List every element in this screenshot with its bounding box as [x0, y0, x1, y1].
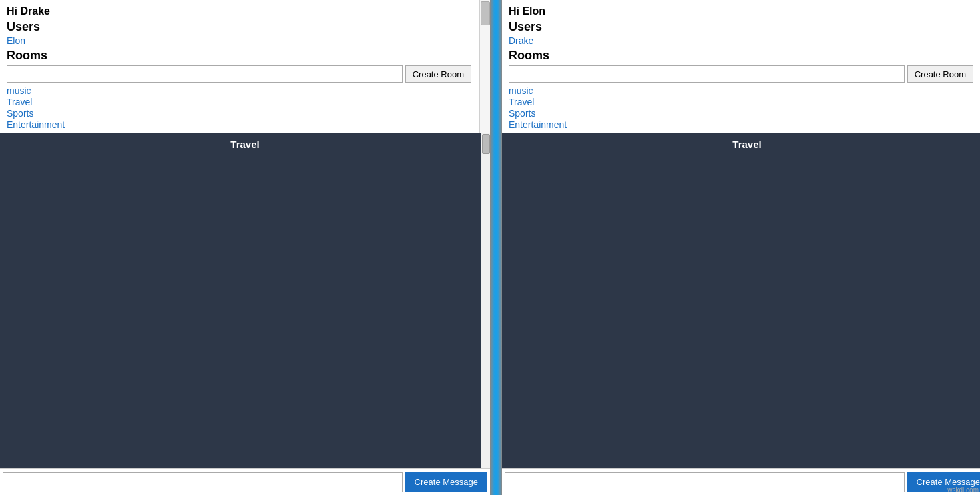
right-chat-footer: Create Message [502, 468, 980, 495]
right-room-music[interactable]: music [509, 85, 973, 96]
left-chat-title: Travel [0, 133, 490, 155]
left-create-message-button[interactable]: Create Message [405, 472, 487, 492]
right-users-title: Users [509, 20, 973, 34]
left-room-travel[interactable]: Travel [7, 97, 471, 107]
right-room-travel[interactable]: Travel [509, 97, 973, 107]
right-greeting: Hi Elon [509, 5, 973, 17]
right-chat-messages [502, 155, 980, 468]
left-top-scrollbar-thumb[interactable] [481, 1, 490, 25]
left-rooms-title: Rooms [7, 49, 471, 63]
right-panel-top: Hi Elon Users Drake Rooms Create Room mu… [502, 0, 980, 133]
right-chat-area: Travel [502, 133, 980, 468]
left-create-room-button[interactable]: Create Room [405, 65, 471, 83]
left-chat-scrollbar-thumb[interactable] [482, 134, 490, 154]
left-panel: Hi Drake Users Elon Rooms Create Room mu… [0, 0, 490, 495]
right-room-entertainment[interactable]: Entertainment [509, 119, 973, 130]
left-chat-footer: Create Message [0, 468, 490, 495]
right-user-drake[interactable]: Drake [509, 35, 973, 46]
right-room-sports[interactable]: Sports [509, 108, 973, 119]
right-create-room-button[interactable]: Create Room [907, 65, 973, 83]
left-room-sports[interactable]: Sports [7, 108, 471, 119]
left-greeting: Hi Drake [7, 5, 471, 17]
right-message-input[interactable] [505, 472, 905, 492]
right-panel: Hi Elon Users Drake Rooms Create Room mu… [502, 0, 980, 495]
left-top-scrollbar[interactable] [479, 0, 490, 133]
left-user-elon[interactable]: Elon [7, 35, 471, 46]
left-message-input[interactable] [3, 472, 403, 492]
watermark: wskdl.com [947, 486, 979, 494]
left-chat-messages [0, 155, 490, 468]
right-rooms-title: Rooms [509, 49, 973, 63]
left-users-title: Users [7, 20, 471, 34]
left-chat-scrollbar[interactable] [481, 133, 490, 468]
left-panel-top: Hi Drake Users Elon Rooms Create Room mu… [0, 0, 490, 133]
right-room-input[interactable] [509, 65, 905, 83]
left-room-input[interactable] [7, 65, 403, 83]
panel-divider [490, 0, 502, 495]
left-room-entertainment[interactable]: Entertainment [7, 119, 471, 130]
right-chat-title: Travel [502, 133, 980, 155]
left-chat-area: Travel [0, 133, 490, 468]
left-room-music[interactable]: music [7, 85, 471, 96]
